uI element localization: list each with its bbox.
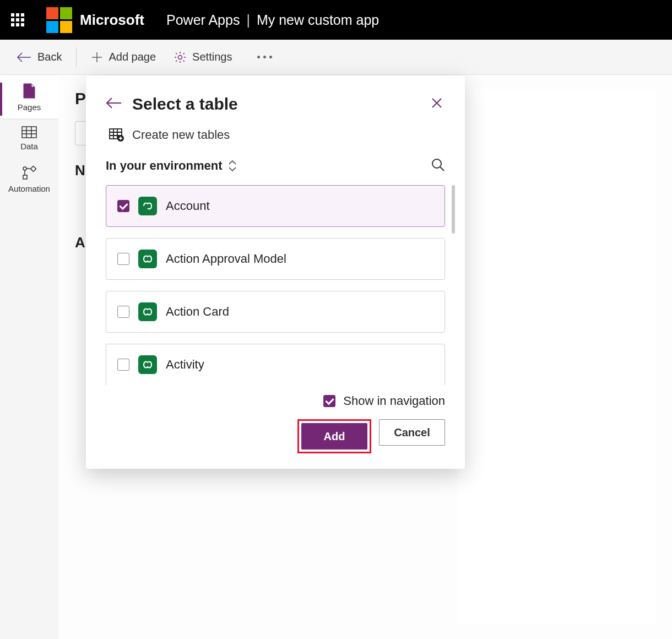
arrow-left-icon bbox=[106, 97, 122, 109]
product-name[interactable]: Power Apps bbox=[166, 12, 240, 28]
settings-button[interactable]: Settings bbox=[167, 46, 239, 68]
table-checkbox[interactable] bbox=[117, 253, 129, 265]
table-item-account[interactable]: Account bbox=[106, 185, 445, 227]
svg-point-7 bbox=[432, 159, 441, 168]
scrollbar[interactable] bbox=[452, 185, 455, 234]
table-item-action-card[interactable]: Action Card bbox=[106, 291, 445, 333]
search-icon bbox=[431, 158, 445, 172]
table-plus-icon bbox=[109, 128, 124, 142]
more-button[interactable] bbox=[253, 51, 277, 63]
table-name: Account bbox=[166, 199, 210, 213]
table-item-action-approval[interactable]: Action Approval Model bbox=[106, 238, 445, 280]
dataverse-icon bbox=[138, 355, 157, 374]
table-checkbox[interactable] bbox=[117, 200, 129, 212]
add-page-label: Add page bbox=[109, 51, 156, 63]
table-name: Action Approval Model bbox=[166, 252, 286, 266]
left-nav: Pages Data Automation bbox=[0, 75, 58, 639]
arrow-left-icon bbox=[17, 52, 32, 63]
settings-label: Settings bbox=[192, 51, 232, 63]
dataverse-icon bbox=[138, 197, 157, 215]
table-name: Action Card bbox=[166, 305, 229, 319]
table-checkbox[interactable] bbox=[117, 359, 129, 371]
page-icon bbox=[22, 83, 36, 99]
nav-automation[interactable]: Automation bbox=[0, 158, 58, 200]
show-in-nav-checkbox[interactable] bbox=[323, 395, 335, 407]
preview-pane bbox=[457, 89, 655, 625]
svg-rect-3 bbox=[31, 166, 36, 172]
back-button[interactable]: Back bbox=[10, 46, 68, 68]
top-header: Microsoft Power Apps | My new custom app bbox=[0, 0, 672, 40]
dataverse-icon bbox=[138, 302, 157, 321]
dialog-close-button[interactable] bbox=[429, 95, 445, 113]
cancel-button[interactable]: Cancel bbox=[379, 419, 445, 446]
divider bbox=[76, 47, 77, 67]
highlight-annotation: Add bbox=[297, 419, 371, 453]
create-new-label: Create new tables bbox=[132, 128, 230, 142]
add-button[interactable]: Add bbox=[301, 423, 367, 450]
chevron-up-down-icon bbox=[227, 160, 237, 172]
back-label: Back bbox=[37, 51, 62, 63]
svg-rect-4 bbox=[23, 175, 27, 179]
environment-filter-label: In your environment bbox=[106, 159, 222, 173]
add-page-button[interactable]: Add page bbox=[84, 46, 162, 68]
select-table-dialog: Select a table Create new tables In your… bbox=[86, 76, 465, 469]
microsoft-logo-icon bbox=[46, 7, 72, 33]
plus-icon bbox=[91, 51, 103, 63]
nav-data[interactable]: Data bbox=[0, 118, 58, 158]
table-list: Account Action Approval Model Action Car… bbox=[106, 185, 445, 385]
nav-pages-label: Pages bbox=[18, 102, 41, 112]
table-name: Activity bbox=[166, 358, 204, 372]
table-checkbox[interactable] bbox=[117, 306, 129, 318]
nav-data-label: Data bbox=[20, 142, 38, 151]
gear-icon bbox=[174, 51, 187, 64]
sort-toggle[interactable] bbox=[227, 160, 237, 172]
dialog-back-button[interactable] bbox=[106, 97, 122, 111]
table-item-activity[interactable]: Activity bbox=[106, 344, 445, 385]
create-new-tables-button[interactable]: Create new tables bbox=[109, 128, 445, 142]
svg-point-0 bbox=[178, 55, 182, 59]
dataverse-icon bbox=[138, 250, 157, 268]
dialog-title: Select a table bbox=[132, 95, 429, 113]
table-icon bbox=[21, 126, 37, 138]
brand-text: Microsoft bbox=[80, 12, 144, 29]
flow-icon bbox=[21, 165, 37, 181]
app-launcher-icon[interactable] bbox=[11, 13, 24, 26]
show-in-nav-label: Show in navigation bbox=[343, 394, 445, 408]
nav-pages[interactable]: Pages bbox=[0, 75, 58, 118]
svg-rect-1 bbox=[22, 127, 36, 138]
svg-point-2 bbox=[23, 167, 26, 170]
nav-automation-label: Automation bbox=[8, 184, 50, 193]
app-name: My new custom app bbox=[257, 12, 379, 28]
separator: | bbox=[246, 12, 250, 28]
close-icon bbox=[431, 97, 443, 109]
search-button[interactable] bbox=[431, 158, 445, 174]
command-bar: Back Add page Settings bbox=[0, 40, 672, 75]
